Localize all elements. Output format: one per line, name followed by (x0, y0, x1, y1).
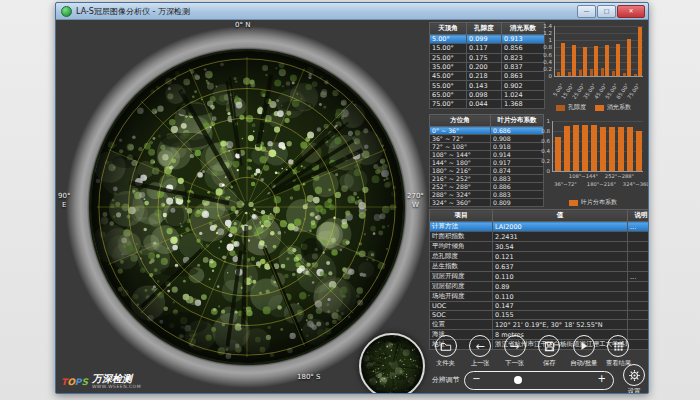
x-axis-tick: 324°~360° (623, 181, 649, 187)
table-cell: 55.00° (430, 81, 467, 90)
table-row[interactable]: 180° ~ 216°0.874 (430, 167, 544, 175)
y-axis-tick: 0 (538, 168, 550, 174)
maximize-button[interactable]: □ (597, 5, 616, 18)
table-cell: 0.902 (502, 81, 545, 90)
table-row[interactable]: 288° ~ 324°0.883 (430, 191, 544, 199)
table-cell (628, 292, 650, 302)
arrow-right-icon: → (510, 341, 519, 352)
table-row[interactable]: 252° ~ 288°0.886 (430, 183, 544, 191)
settings-label: 设置 (628, 387, 641, 394)
bar-叶片分布系数 (591, 125, 597, 171)
plus-icon[interactable]: + (598, 373, 606, 384)
table-row[interactable]: 75.00°0.0441.368 (430, 100, 545, 109)
x-axis-tick: 180°~216° (587, 181, 616, 187)
table-row[interactable]: 5.00°0.0990.913 (430, 35, 545, 44)
column-header[interactable]: 消光系数 (502, 23, 545, 35)
column-header[interactable]: 值 (493, 210, 628, 222)
table-cell: 0.110 (493, 292, 628, 302)
play-icon (579, 341, 589, 351)
table-row[interactable]: 144° ~ 180°0.917 (430, 159, 544, 167)
table-cell: 总孔隙度 (430, 252, 493, 262)
table-row[interactable]: 位置120° 21' 0.19"E, 30° 18' 52.55"N (430, 320, 650, 330)
y-axis-tick: 0.4 (540, 59, 552, 65)
app-window: LA-S冠层图像分析仪 - 万深检测 — □ ✕ 0° N 90°E 270°W… (55, 2, 649, 394)
table-row[interactable]: 72° ~ 108°0.918 (430, 143, 544, 151)
column-header[interactable]: 方位角 (430, 115, 491, 127)
table-cell: 0.143 (467, 81, 502, 90)
column-header[interactable]: 天顶角 (430, 23, 467, 35)
table-row[interactable]: SOC0.155 (430, 311, 650, 320)
table-cell: 0.175 (467, 53, 502, 62)
table-row[interactable]: 冠层郁闭度0.89 (430, 282, 650, 292)
table-row[interactable]: 场地开阔度0.110 (430, 292, 650, 302)
bar-叶片分布系数 (627, 127, 633, 171)
bar-叶片分布系数 (609, 127, 615, 171)
minimize-button[interactable]: — (577, 5, 596, 18)
table-cell: 35.00° (430, 62, 467, 71)
y-axis-tick: 0.8 (540, 44, 552, 50)
bar-消光系数 (627, 39, 632, 76)
bar-叶片分布系数 (600, 127, 606, 171)
bar-孔隙度 (568, 72, 572, 76)
table-row[interactable]: 0° ~ 36°0.686 (430, 127, 544, 135)
bar-孔隙度 (601, 68, 605, 76)
column-header[interactable]: 叶片分布系数 (491, 115, 544, 127)
table-cell: 1.368 (502, 100, 545, 109)
y-axis-tick: 1 (538, 118, 550, 124)
column-header[interactable]: 孔隙度 (467, 23, 502, 35)
table-row[interactable]: 计算方法LAI2000... (430, 222, 650, 232)
close-button[interactable]: ✕ (617, 5, 645, 18)
table-row[interactable]: UOC0.147 (430, 302, 650, 311)
app-icon (61, 6, 72, 17)
table-cell: 65.00° (430, 90, 467, 99)
table-row[interactable]: 324° ~ 360°0.809 (430, 199, 544, 207)
table-cell: 0.117 (467, 44, 502, 53)
table-row[interactable]: 216° ~ 252°0.883 (430, 175, 544, 183)
table-cell (628, 302, 650, 311)
bar-叶片分布系数 (582, 125, 588, 171)
y-axis-tick: 1.4 (540, 23, 552, 29)
table-cell: 丛生指数 (430, 262, 493, 272)
bar-叶片分布系数 (618, 127, 624, 171)
bar-孔隙度 (590, 69, 594, 76)
table-cell: 0.837 (502, 62, 545, 71)
minus-icon[interactable]: − (472, 373, 480, 384)
table-cell: 15.00° (430, 44, 467, 53)
table-row[interactable]: 平均叶倾角30.54 (430, 242, 650, 252)
column-header[interactable]: 项目 (430, 210, 493, 222)
compass-west-label: 270°W (407, 192, 424, 210)
table-row[interactable]: 叶面积指数2.2431 (430, 232, 650, 242)
table-cell: 0.121 (493, 252, 628, 262)
bar-消光系数 (616, 44, 621, 76)
resolution-slider[interactable]: − + (464, 371, 614, 390)
table-row[interactable]: 冠层开阔度0.110... (430, 272, 650, 282)
legend-swatch (595, 105, 604, 111)
legend-item: 消光系数 (595, 103, 631, 112)
table-row[interactable]: 25.00°0.1750.823 (430, 53, 545, 62)
slider-handle[interactable] (514, 376, 522, 384)
table-row[interactable]: 108° ~ 144°0.914 (430, 151, 544, 159)
title-bar[interactable]: LA-S冠层图像分析仪 - 万深检测 — □ ✕ (56, 3, 648, 20)
table-row[interactable]: 35.00°0.2000.837 (430, 62, 545, 71)
table-cell: 0.89 (493, 282, 628, 292)
table-row[interactable]: 丛生指数0.637 (430, 262, 650, 272)
compass-east-label: 90°E (58, 192, 70, 210)
bar-消光系数 (561, 43, 566, 76)
table-row[interactable]: 15.00°0.1170.856 (430, 44, 545, 53)
table-cell: 0.863 (502, 72, 545, 81)
thumbnail-preview[interactable] (359, 333, 425, 394)
table-row[interactable]: 65.00°0.0981.024 (430, 90, 545, 99)
column-header[interactable]: 说明 (628, 210, 650, 222)
bar-消光系数 (594, 46, 599, 76)
chart-plot-area (552, 121, 643, 172)
canopy-image[interactable] (89, 49, 405, 365)
legend-swatch (569, 200, 578, 206)
table-cell: 0.856 (502, 44, 545, 53)
table-row[interactable]: 总孔隙度0.121 (430, 252, 650, 262)
thumbnail-photo (361, 335, 423, 394)
table-row[interactable]: 45.00°0.2180.863 (430, 72, 545, 81)
table-cell: 180° ~ 216° (430, 167, 491, 175)
table-row[interactable]: 36° ~ 72°0.908 (430, 135, 544, 143)
settings-button[interactable]: 设置 (621, 364, 647, 394)
table-row[interactable]: 55.00°0.1430.902 (430, 81, 545, 90)
